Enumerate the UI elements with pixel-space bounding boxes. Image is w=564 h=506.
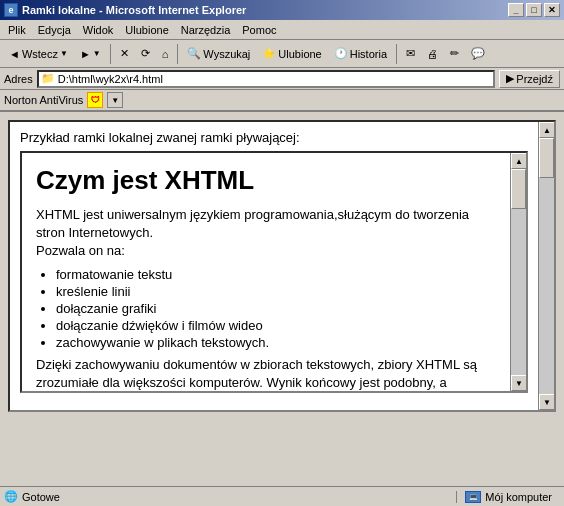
print-button[interactable]: 🖨 xyxy=(422,43,443,65)
title-bar: e Ramki lokalne - Microsoft Internet Exp… xyxy=(0,0,564,20)
status-zone: Mój komputer xyxy=(485,491,552,503)
back-dropdown-icon: ▼ xyxy=(60,49,68,58)
history-label: Historia xyxy=(350,48,387,60)
favorites-icon: ⭐ xyxy=(262,47,276,60)
address-folder-icon: 📁 xyxy=(41,72,55,85)
stop-icon: ✕ xyxy=(120,47,129,60)
minimize-button[interactable]: _ xyxy=(508,3,524,17)
favorites-label: Ulubione xyxy=(278,48,321,60)
menu-help[interactable]: Pomoc xyxy=(236,22,282,38)
outer-scroll-up-arrow[interactable]: ▲ xyxy=(539,122,555,138)
menu-bar: Plik Edycja Widok Ulubione Narzędzia Pom… xyxy=(0,20,564,40)
norton-label: Norton AntiVirus xyxy=(4,94,83,106)
list-item: dołączanie dźwięków i filmów wideo xyxy=(56,318,496,333)
menu-tools[interactable]: Narzędzia xyxy=(175,22,237,38)
edit-icon: ✏ xyxy=(450,47,459,60)
back-button[interactable]: ◄ Wstecz ▼ xyxy=(4,43,73,65)
search-icon: 🔍 xyxy=(187,47,201,60)
home-icon: ⌂ xyxy=(162,48,169,60)
toolbar-divider-1 xyxy=(110,44,111,64)
home-button[interactable]: ⌂ xyxy=(157,43,174,65)
window-title: Ramki lokalne - Microsoft Internet Explo… xyxy=(22,4,246,16)
norton-icon: 🛡 xyxy=(87,92,103,108)
maximize-button[interactable]: □ xyxy=(526,3,542,17)
inner-page-content: Czym jest XHTML XHTML jest uniwersalnym … xyxy=(22,153,510,391)
outer-scroll-track[interactable] xyxy=(539,138,554,394)
go-button[interactable]: ▶ Przejdź xyxy=(499,70,560,88)
mail-icon: ✉ xyxy=(406,47,415,60)
search-button[interactable]: 🔍 Wyszukaj xyxy=(182,43,255,65)
favorites-button[interactable]: ⭐ Ulubione xyxy=(257,43,326,65)
inner-heading: Czym jest XHTML xyxy=(36,165,496,196)
inner-paragraph-3: Dzięki zachowywaniu dokumentów w zbiorac… xyxy=(36,356,496,391)
go-icon: ▶ xyxy=(506,72,514,85)
inner-scrollbar[interactable]: ▲ ▼ xyxy=(510,153,526,391)
menu-favorites[interactable]: Ulubione xyxy=(119,22,174,38)
outer-scroll-thumb[interactable] xyxy=(539,138,554,178)
toolbar: ◄ Wstecz ▼ ► ▼ ✕ ⟳ ⌂ 🔍 Wyszukaj ⭐ Ulubio… xyxy=(0,40,564,68)
refresh-icon: ⟳ xyxy=(141,47,150,60)
status-icon: 🌐 xyxy=(4,490,18,503)
menu-view[interactable]: Widok xyxy=(77,22,120,38)
refresh-button[interactable]: ⟳ xyxy=(136,43,155,65)
print-icon: 🖨 xyxy=(427,48,438,60)
norton-dropdown-button[interactable]: ▼ xyxy=(107,92,123,108)
forward-arrow-icon: ► xyxy=(80,48,91,60)
search-label: Wyszukaj xyxy=(203,48,250,60)
outer-page-content: Przykład ramki lokalnej zwanej ramki pły… xyxy=(10,122,538,410)
inner-paragraph-2: Pozwala on na: xyxy=(36,242,496,260)
ie-icon: e xyxy=(4,3,18,17)
inner-scroll-track[interactable] xyxy=(511,169,526,375)
status-right: 💻 Mój komputer xyxy=(456,491,560,503)
history-icon: 🕐 xyxy=(334,47,348,60)
discuss-button[interactable]: 💬 xyxy=(466,43,490,65)
address-label: Adres xyxy=(4,73,33,85)
list-item: dołączanie grafiki xyxy=(56,301,496,316)
list-item: zachowywanie w plikach tekstowych. xyxy=(56,335,496,350)
inner-bullet-list: formatowanie tekstu kreślenie linii dołą… xyxy=(56,267,496,350)
inner-paragraph-1: XHTML jest uniwersalnym językiem program… xyxy=(36,206,496,242)
inner-scroll-up-arrow[interactable]: ▲ xyxy=(511,153,527,169)
title-bar-left: e Ramki lokalne - Microsoft Internet Exp… xyxy=(4,3,246,17)
forward-button[interactable]: ► ▼ xyxy=(75,43,106,65)
toolbar-divider-3 xyxy=(396,44,397,64)
address-input[interactable]: 📁 D:\html\wyk2x\r4.html xyxy=(37,70,496,88)
menu-edit[interactable]: Edycja xyxy=(32,22,77,38)
mail-button[interactable]: ✉ xyxy=(401,43,420,65)
go-label: Przejdź xyxy=(516,73,553,85)
list-item: formatowanie tekstu xyxy=(56,267,496,282)
address-bar: Adres 📁 D:\html\wyk2x\r4.html ▶ Przejdź xyxy=(0,68,564,90)
status-text: Gotowe xyxy=(22,491,60,503)
back-label: Wstecz xyxy=(22,48,58,60)
inner-scroll-down-arrow[interactable]: ▼ xyxy=(511,375,527,391)
close-button[interactable]: ✕ xyxy=(544,3,560,17)
outer-frame: Przykład ramki lokalnej zwanej ramki pły… xyxy=(8,120,556,412)
discuss-icon: 💬 xyxy=(471,47,485,60)
status-bar: 🌐 Gotowe 💻 Mój komputer xyxy=(0,486,564,506)
history-button[interactable]: 🕐 Historia xyxy=(329,43,392,65)
browser-window: e Ramki lokalne - Microsoft Internet Exp… xyxy=(0,0,564,506)
main-content-area: Przykład ramki lokalnej zwanej ramki pły… xyxy=(0,112,564,420)
status-left: 🌐 Gotowe xyxy=(4,490,452,503)
norton-bar: Norton AntiVirus 🛡 ▼ xyxy=(0,90,564,112)
outer-description: Przykład ramki lokalnej zwanej ramki pły… xyxy=(20,130,300,145)
stop-button[interactable]: ✕ xyxy=(115,43,134,65)
menu-file[interactable]: Plik xyxy=(2,22,32,38)
norton-icon-symbol: 🛡 xyxy=(91,95,100,105)
list-item: kreślenie linii xyxy=(56,284,496,299)
back-arrow-icon: ◄ xyxy=(9,48,20,60)
outer-scrollbar[interactable]: ▲ ▼ xyxy=(538,122,554,410)
toolbar-divider-2 xyxy=(177,44,178,64)
inner-frame: Czym jest XHTML XHTML jest uniwersalnym … xyxy=(20,151,528,393)
edit-button[interactable]: ✏ xyxy=(445,43,464,65)
forward-dropdown-icon: ▼ xyxy=(93,49,101,58)
title-bar-buttons: _ □ ✕ xyxy=(508,3,560,17)
inner-scroll-thumb[interactable] xyxy=(511,169,526,209)
address-value: D:\html\wyk2x\r4.html xyxy=(58,73,163,85)
outer-scroll-down-arrow[interactable]: ▼ xyxy=(539,394,555,410)
computer-icon: 💻 xyxy=(465,491,481,503)
